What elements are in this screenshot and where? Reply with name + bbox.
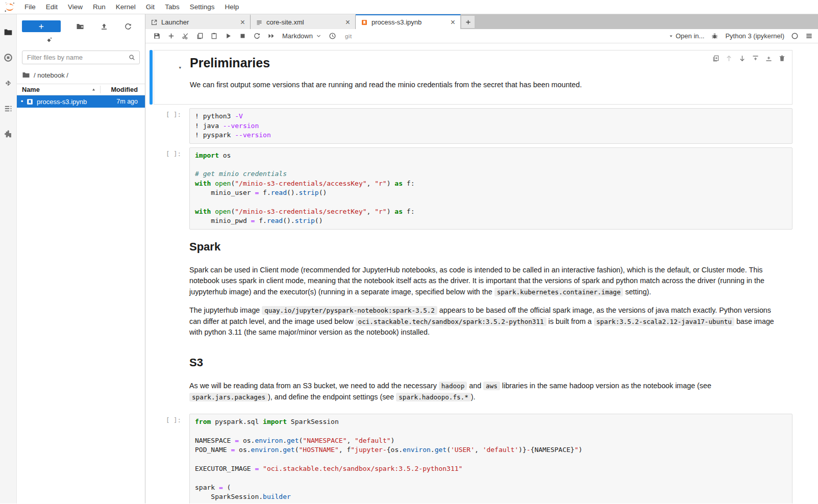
heading-collapse-icon[interactable]: ▾	[178, 64, 182, 71]
markdown-cell[interactable]: S3As we will be reading data from an S3 …	[150, 349, 818, 410]
stop-button[interactable]	[235, 30, 250, 42]
cell-collapser[interactable]	[150, 414, 153, 503]
tab-core-site-xml[interactable]: core-site.xml×	[251, 14, 356, 29]
menu-item-edit[interactable]: Edit	[41, 0, 63, 14]
inline-code: spark.jars.packages	[189, 393, 268, 401]
code-line: ! pyspark --version	[195, 131, 787, 140]
save-button[interactable]	[150, 30, 164, 42]
kernel-name[interactable]: Python 3 (ipykernel)	[725, 32, 784, 40]
upload-button[interactable]	[92, 20, 116, 32]
menu-item-run[interactable]: Run	[88, 0, 111, 14]
duplicate-cell-button[interactable]	[712, 55, 720, 62]
restart-kernel-button[interactable]	[250, 30, 264, 42]
menu-item-help[interactable]: Help	[219, 0, 244, 14]
delete-cell-button[interactable]	[778, 55, 786, 62]
history-button[interactable]	[326, 30, 340, 42]
menu-item-kernel[interactable]: Kernel	[111, 0, 141, 14]
insert-above-icon	[752, 55, 759, 62]
code-cell[interactable]: [ ]:from pyspark.sql import SparkSession…	[150, 414, 818, 503]
chevron-down-icon	[316, 33, 321, 39]
column-modified[interactable]: Modified	[100, 86, 145, 93]
code-line: ! java --version	[195, 121, 787, 131]
code-line	[195, 427, 787, 436]
cell-content: PreliminariesWe can first output some ve…	[187, 55, 792, 98]
new-folder-button[interactable]	[68, 20, 92, 32]
paragraph: Spark can be used in Client mode (recomm…	[189, 265, 780, 297]
trash-icon	[778, 55, 786, 62]
tab-label: process-s3.ipynb	[371, 18, 446, 26]
code-cell[interactable]: [ ]:! python3 -V! java --version! pyspar…	[150, 108, 818, 143]
close-icon[interactable]: ×	[344, 19, 351, 26]
insert-cell-above-button[interactable]	[752, 55, 759, 62]
restart-run-all-button[interactable]	[264, 30, 278, 42]
extension-manager-icon	[4, 130, 13, 139]
file-list-header: Name Modified	[17, 84, 145, 95]
new-launcher-button[interactable]	[22, 20, 61, 32]
file-browser-toolbar	[17, 14, 145, 34]
code-line: .master(f"k8s://https://{os.environ['KUB…	[195, 502, 787, 503]
refresh-button[interactable]	[116, 20, 140, 32]
code-line: with open("/minio-s3-credentials/secretK…	[195, 207, 787, 216]
cell-toolbar	[712, 55, 786, 62]
markdown-cell[interactable]: ▾PreliminariesWe can first output some v…	[150, 50, 818, 105]
code-editor[interactable]: import os # get minio credentialswith op…	[189, 147, 792, 230]
menu-item-tabs[interactable]: Tabs	[160, 0, 185, 14]
menu-item-settings[interactable]: Settings	[185, 0, 220, 14]
new-tab-button[interactable]	[461, 16, 475, 28]
close-icon[interactable]: ×	[450, 19, 456, 26]
menu-item-file[interactable]: File	[19, 0, 41, 14]
cell-prompt: [ ]:	[154, 147, 186, 230]
cell-collapser[interactable]	[150, 50, 153, 105]
copy-cells-button[interactable]	[192, 30, 207, 42]
sidebar-tab-running-sessions[interactable]	[0, 45, 16, 70]
code-cell[interactable]: [ ]:import os # get minio credentialswit…	[150, 147, 818, 230]
move-cell-down-button[interactable]	[738, 55, 746, 62]
cut-cells-button[interactable]	[178, 30, 192, 42]
debugger-button[interactable]	[711, 30, 718, 42]
notebook-toolbar-right: Open in...Python 3 (ipykernel)	[669, 30, 813, 42]
file-filter	[22, 51, 140, 64]
bug-icon	[711, 32, 718, 40]
column-name[interactable]: Name	[17, 86, 100, 93]
code-editor[interactable]: ! python3 -V! java --version! pyspark --…	[189, 108, 792, 143]
code-line: spark = (	[195, 483, 787, 492]
paste-cells-button[interactable]	[207, 30, 221, 42]
cell-collapser[interactable]	[150, 233, 153, 345]
cell-type-select[interactable]: Markdown	[282, 32, 321, 40]
tab-label: core-site.xml	[266, 18, 341, 26]
close-icon[interactable]: ×	[239, 19, 246, 26]
code-line: import os	[195, 151, 787, 160]
insert-cell-button[interactable]	[164, 30, 178, 42]
cell-input-area: [ ]:! python3 -V! java --version! pyspar…	[154, 108, 792, 143]
sidebar-tab-extension-manager[interactable]	[0, 121, 16, 147]
code-editor[interactable]: from pyspark.sql import SparkSession NAM…	[189, 414, 792, 503]
breadcrumb[interactable]: / notebook /	[17, 68, 145, 82]
run-button[interactable]	[221, 30, 235, 42]
cell-content: S3As we will be reading data from an S3 …	[186, 349, 792, 410]
inline-code: spark.hadoopo.fs.*	[396, 393, 470, 401]
git-clone-button[interactable]	[45, 37, 53, 45]
menu-item-view[interactable]: View	[63, 0, 88, 14]
insert-cell-below-button[interactable]	[765, 55, 773, 62]
cell-collapser[interactable]	[150, 108, 153, 143]
cell-prompt: ▾	[154, 55, 187, 98]
toolbar-more-button[interactable]	[805, 30, 813, 42]
open-in-dropdown[interactable]: Open in...	[669, 32, 704, 40]
sidebar-tab-file-browser[interactable]	[0, 19, 16, 45]
menu-item-git[interactable]: Git	[141, 0, 160, 14]
file-item[interactable]: •process-s3.ipynb7m ago	[17, 95, 145, 108]
sidebar-tab-table-of-contents[interactable]	[0, 96, 16, 121]
paragraph: We can first output some versions that a…	[190, 80, 780, 90]
sidebar-tab-git[interactable]	[0, 70, 16, 96]
cell-prompt	[154, 349, 186, 410]
markdown-cell[interactable]: SparkSpark can be used in Client mode (r…	[150, 233, 818, 345]
cell-collapser[interactable]	[150, 147, 153, 230]
file-filter-input[interactable]	[22, 51, 140, 64]
tab-launcher[interactable]: Launcher×	[145, 14, 251, 29]
folder-icon	[22, 71, 30, 79]
code-line: POD_NAME = os.environ.get("HOSTNAME", f"…	[195, 445, 787, 455]
save-icon	[153, 32, 161, 40]
plus-icon	[38, 23, 45, 30]
cell-collapser[interactable]	[150, 349, 153, 410]
tab-process-s3-ipynb[interactable]: process-s3.ipynb×	[356, 14, 461, 29]
